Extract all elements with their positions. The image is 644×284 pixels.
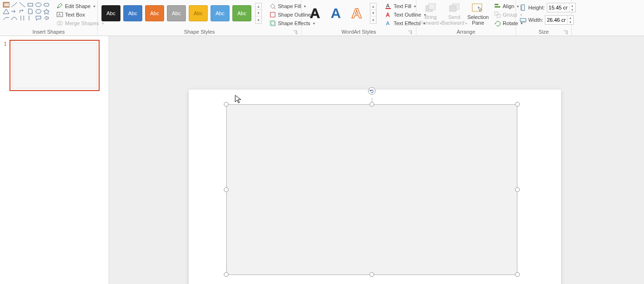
height-input[interactable]: ▴▾	[547, 3, 576, 12]
width-input[interactable]: ▴▾	[545, 15, 574, 25]
send-backward-button: Send Backward▾	[443, 2, 466, 27]
gallery-up-icon[interactable]: ▴	[256, 3, 261, 10]
svg-rect-3	[28, 3, 33, 6]
shape-connector-icon[interactable]	[3, 15, 9, 21]
svg-text:A: A	[58, 13, 61, 16]
group-label-arrange: Arrange	[419, 28, 513, 36]
slide-thumbnail-panel: 1	[0, 36, 109, 284]
wordart-sample-2[interactable]: A	[348, 5, 365, 22]
svg-rect-0	[4, 3, 9, 7]
svg-rect-30	[497, 14, 500, 18]
gallery-more-icon[interactable]: ▾	[370, 17, 376, 23]
gallery-more-icon[interactable]: ▾	[256, 17, 261, 23]
width-label: Width:	[528, 17, 543, 23]
spin-up-icon[interactable]: ▴	[568, 16, 573, 20]
style-swatch-4[interactable]: Abc	[189, 5, 208, 21]
style-swatch-0[interactable]: Abc	[101, 5, 120, 21]
shape-hex-icon[interactable]	[35, 9, 42, 14]
group-label-shape-styles: Shape Styles	[101, 28, 298, 36]
gallery-scroll-wa[interactable]: ▴ ▾ ▾	[370, 3, 377, 24]
style-swatch-2[interactable]: Abc	[145, 5, 164, 21]
shape-star-icon[interactable]	[43, 9, 50, 14]
swatch-text: Abc	[238, 10, 247, 16]
shape-fill-icon	[269, 3, 276, 9]
height-field[interactable]	[547, 5, 569, 10]
align-label: Align	[503, 3, 514, 9]
merge-shapes-label: Merge Shapes	[65, 20, 99, 26]
shape-rectangle-icon[interactable]	[3, 2, 9, 8]
dialog-launcher-icon[interactable]	[563, 30, 568, 35]
height-label: Height:	[528, 5, 545, 10]
shape-curve-icon[interactable]	[11, 15, 18, 21]
group-shape-styles: Abc Abc Abc Abc Abc Abc Abc ▴ ▾ ▾ Shape …	[98, 0, 302, 36]
svg-marker-6	[3, 9, 9, 14]
swatch-text: Abc	[150, 10, 159, 16]
rotate-icon	[494, 20, 501, 27]
shape-rrect-icon[interactable]	[43, 2, 50, 8]
width-field[interactable]	[545, 17, 567, 23]
shape-style-gallery[interactable]: Abc Abc Abc Abc Abc Abc Abc ▴ ▾ ▾	[101, 1, 263, 26]
svg-rect-29	[495, 12, 498, 15]
style-swatch-6[interactable]: Abc	[232, 5, 251, 21]
svg-marker-9	[45, 16, 48, 20]
svg-rect-28	[495, 6, 500, 8]
style-swatch-1[interactable]: Abc	[123, 5, 142, 21]
wordart-gallery[interactable]: A A A ▴ ▾ ▾	[304, 1, 378, 26]
group-label-wordart: WordArt Styles	[304, 28, 413, 36]
shape-action-icon[interactable]	[43, 15, 50, 21]
gallery-up-icon[interactable]: ▴	[370, 3, 376, 10]
gallery-down-icon[interactable]: ▾	[256, 10, 261, 17]
shape-callout-icon[interactable]	[35, 15, 42, 21]
shape-bracket-icon[interactable]	[19, 15, 26, 21]
handle-ml[interactable]	[224, 187, 229, 192]
spin-down-icon[interactable]: ▾	[568, 20, 573, 24]
shape-effects-icon	[269, 20, 276, 27]
rotation-handle[interactable]	[368, 87, 376, 95]
shape-brace-icon[interactable]	[27, 15, 34, 21]
style-swatch-5[interactable]: Abc	[211, 5, 230, 21]
slide-canvas[interactable]	[109, 36, 644, 284]
svg-text:A: A	[386, 3, 390, 9]
send-backward-l1: Send	[448, 14, 460, 20]
edit-shape-label: Edit Shape	[65, 3, 91, 9]
gallery-down-icon[interactable]: ▾	[370, 10, 376, 17]
wordart-sample-1[interactable]: A	[327, 5, 344, 22]
shape-rect-icon[interactable]	[27, 2, 34, 8]
selected-shape[interactable]	[226, 104, 517, 275]
spin-up-icon[interactable]: ▴	[570, 3, 575, 8]
slide-thumbnail-1[interactable]	[9, 40, 100, 91]
swatch-text: Abc	[129, 10, 138, 16]
svg-rect-5	[44, 3, 49, 6]
shape-oval-icon[interactable]	[35, 2, 42, 8]
dialog-launcher-icon[interactable]	[293, 30, 297, 35]
handle-tr[interactable]	[515, 102, 520, 107]
handle-bl[interactable]	[224, 272, 229, 277]
wordart-sample-0[interactable]: A	[306, 5, 323, 22]
shapes-gallery[interactable]	[3, 1, 50, 21]
group-label-size: Size	[519, 28, 569, 36]
shape-arrow-r-icon[interactable]	[11, 9, 18, 14]
gallery-scroll[interactable]: ▴ ▾ ▾	[255, 3, 262, 24]
shape-line-icon[interactable]	[11, 2, 18, 8]
handle-bm[interactable]	[369, 272, 374, 277]
handle-tl[interactable]	[224, 102, 229, 107]
shape-triangle-icon[interactable]	[3, 9, 9, 14]
dropdown-icon: ▾	[93, 4, 95, 9]
shape-doc-icon[interactable]	[27, 9, 34, 14]
shape-line2-icon[interactable]	[19, 2, 26, 8]
spin-down-icon[interactable]: ▾	[570, 8, 575, 12]
svg-rect-32	[520, 18, 526, 21]
handle-tm[interactable]	[369, 102, 374, 107]
handle-br[interactable]	[515, 272, 520, 277]
workspace: 1	[0, 36, 644, 284]
shape-fill-label: Shape Fill	[278, 3, 301, 9]
text-fill-icon: A	[385, 3, 392, 9]
style-swatch-3[interactable]: Abc	[167, 5, 186, 21]
svg-line-2	[19, 2, 25, 7]
shape-arrow-turn-icon[interactable]	[19, 9, 26, 14]
handle-mr[interactable]	[515, 187, 520, 192]
svg-rect-25	[450, 6, 456, 11]
dialog-launcher-icon[interactable]	[407, 30, 412, 35]
merge-shapes-icon	[56, 20, 63, 27]
selection-pane-button[interactable]: Selection Pane	[467, 2, 489, 27]
